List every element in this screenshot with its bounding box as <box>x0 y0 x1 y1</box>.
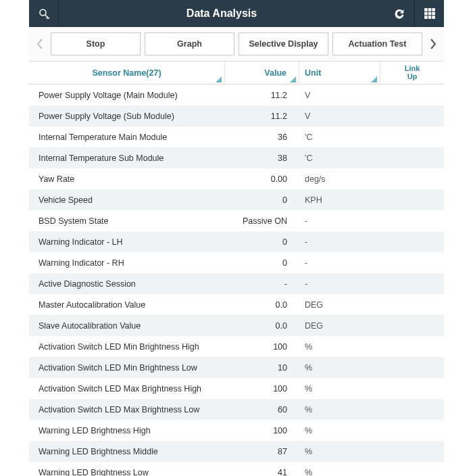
table-row[interactable]: Active Diagnostic Session-- <box>29 273 444 294</box>
sensor-unit: deg/s <box>299 174 380 184</box>
sensor-unit: V <box>299 112 380 121</box>
actuation-button[interactable]: Actuation Test <box>332 32 422 55</box>
sensor-unit: - <box>299 216 380 226</box>
scroll-left-button[interactable] <box>33 33 47 55</box>
apps-button[interactable] <box>414 0 444 27</box>
table-row[interactable]: Vehicle Speed0KPH <box>29 189 444 210</box>
sensor-unit: - <box>299 258 380 268</box>
sensor-name: Activation Switch LED Max Brightness Low <box>29 405 225 414</box>
sensor-name: Warning Indicator - RH <box>29 258 225 268</box>
title-bar: Data Analysis <box>29 0 444 27</box>
sensor-value: 11.2 <box>225 112 299 121</box>
sensor-name: Activation Switch LED Max Brightness Hig… <box>29 384 225 394</box>
sensor-value: 10 <box>225 363 299 373</box>
action-toolbar: Stop Graph Selective Display Actuation T… <box>29 27 444 62</box>
sensor-name: Activation Switch LED Min Brightness Hig… <box>29 342 225 352</box>
sensor-name: Internal Temperature Sub Module <box>29 153 225 163</box>
svg-rect-4 <box>424 9 427 11</box>
sensor-value: 11.2 <box>225 91 299 100</box>
svg-rect-12 <box>432 16 434 19</box>
table-header: Sensor Name(27) Value Unit Link Up <box>29 62 444 85</box>
sensor-name: Warning LED Brightness High <box>29 426 225 435</box>
sensor-value: Passive ON <box>225 216 299 226</box>
table-row[interactable]: Activation Switch LED Max Brightness Low… <box>29 399 444 420</box>
sensor-unit: % <box>299 405 380 414</box>
page-title: Data Analysis <box>59 0 384 27</box>
col-label: Up <box>407 73 418 81</box>
col-sensor-name[interactable]: Sensor Name(27) <box>29 62 225 84</box>
sensor-unit: DEG <box>299 321 380 331</box>
table-row[interactable]: Power Supply Voltage (Sub Module)11.2V <box>29 105 444 126</box>
table-row[interactable]: Warning LED Brightness High100% <box>29 420 444 441</box>
sensor-name: BSD System State <box>29 216 225 226</box>
svg-rect-6 <box>432 9 434 11</box>
svg-rect-10 <box>424 16 427 19</box>
sensor-name: Vehicle Speed <box>29 195 225 205</box>
table-row[interactable]: Power Supply Voltage (Main Module)11.2V <box>29 85 444 105</box>
sensor-unit: % <box>299 342 380 352</box>
sensor-name: Active Diagnostic Session <box>29 279 225 289</box>
col-label: Unit <box>305 68 321 78</box>
sensor-name: Power Supply Voltage (Main Module) <box>29 91 225 100</box>
sensor-unit: % <box>299 384 380 394</box>
selective-button[interactable]: Selective Display <box>239 32 328 55</box>
sensor-value: 41 <box>225 468 299 477</box>
grid-icon <box>424 7 436 20</box>
sensor-name: Warning LED Brightness Low <box>29 468 225 477</box>
table-row[interactable]: Warning Indicator - LH0- <box>29 231 444 252</box>
col-link-up[interactable]: Link Up <box>380 62 444 84</box>
table-row[interactable]: Activation Switch LED Max Brightness Hig… <box>29 378 444 399</box>
sensor-value: 100 <box>225 342 299 352</box>
sensor-unit: % <box>299 363 380 373</box>
sensor-unit: % <box>299 447 380 456</box>
sensor-value: 0 <box>225 237 299 247</box>
sensor-value: - <box>225 279 299 289</box>
svg-rect-7 <box>424 12 427 15</box>
sensor-value: 36 <box>225 133 299 142</box>
table-row[interactable]: Warning LED Brightness Low41% <box>29 462 444 476</box>
sensor-value: 60 <box>225 405 299 414</box>
table-row[interactable]: Master Autocalibration Value0.0DEG <box>29 294 444 315</box>
col-label: Value <box>264 68 287 78</box>
table-row[interactable]: Slave Autocalibration Value0.0DEG <box>29 315 444 336</box>
table-row[interactable]: Internal Temperature Sub Module38'C <box>29 147 444 168</box>
sensor-value: 0 <box>225 195 299 205</box>
refresh-button[interactable] <box>384 0 414 27</box>
table-row[interactable]: Internal Temperature Main Module36'C <box>29 126 444 147</box>
table-row[interactable]: Yaw Rate0.00deg/s <box>29 168 444 189</box>
scroll-right-button[interactable] <box>426 33 440 55</box>
sensor-value: 0.00 <box>225 174 299 184</box>
sensor-name: Slave Autocalibration Value <box>29 321 225 331</box>
sensor-unit: 'C <box>299 153 380 163</box>
table-row[interactable]: Activation Switch LED Min Brightness Low… <box>29 357 444 378</box>
refresh-icon <box>393 7 405 20</box>
sensor-unit: KPH <box>299 195 380 205</box>
sensor-unit: % <box>299 426 380 435</box>
chevron-right-icon <box>430 39 437 49</box>
sensor-value: 38 <box>225 153 299 163</box>
sensor-value: 100 <box>225 426 299 435</box>
stop-button[interactable]: Stop <box>51 32 141 55</box>
svg-rect-11 <box>428 16 431 19</box>
sensor-name: Activation Switch LED Min Brightness Low <box>29 363 225 373</box>
col-value[interactable]: Value <box>225 62 299 84</box>
sensor-unit: 'C <box>299 133 380 142</box>
search-icon <box>38 7 50 20</box>
sensor-unit: % <box>299 468 380 477</box>
table-row[interactable]: Activation Switch LED Min Brightness Hig… <box>29 336 444 357</box>
graph-button[interactable]: Graph <box>145 32 234 55</box>
table-row[interactable]: Warning Indicator - RH0- <box>29 252 444 273</box>
col-unit[interactable]: Unit <box>299 62 380 84</box>
sensor-value: 0.0 <box>225 300 299 310</box>
chevron-left-icon <box>36 39 43 49</box>
table-row[interactable]: BSD System StatePassive ON- <box>29 210 444 231</box>
sensor-name: Power Supply Voltage (Sub Module) <box>29 112 225 121</box>
sensor-unit: - <box>299 237 380 247</box>
sensor-name: Warning LED Brightness Middle <box>29 447 225 456</box>
sensor-name: Yaw Rate <box>29 174 225 184</box>
table-row[interactable]: Warning LED Brightness Middle87% <box>29 441 444 462</box>
sort-indicator-icon <box>290 76 296 82</box>
sensor-name: Warning Indicator - LH <box>29 237 225 247</box>
sensor-value: 0 <box>225 258 299 268</box>
search-button[interactable] <box>29 0 59 27</box>
